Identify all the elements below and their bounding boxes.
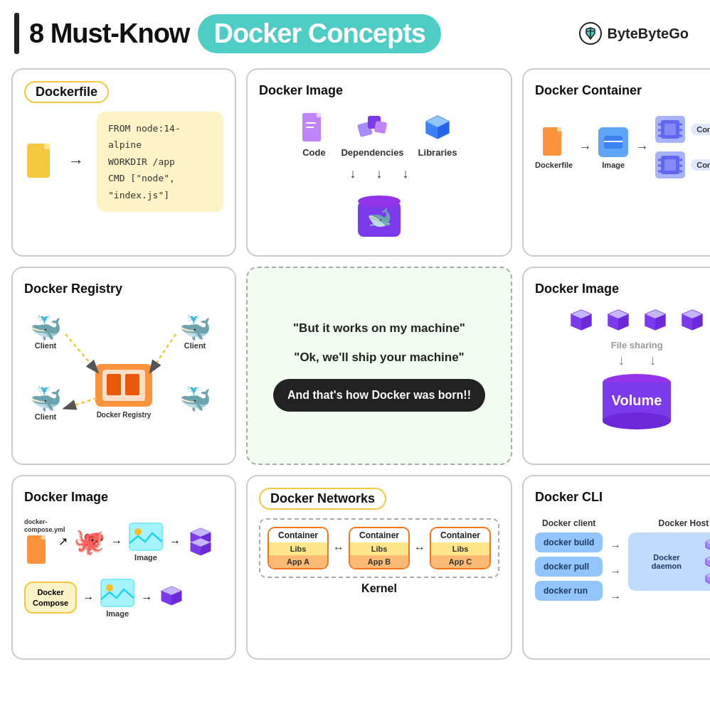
dockerfile-label: Dockerfile bbox=[535, 161, 573, 169]
docker-cli-card: Docker CLI Docker client docker build do… bbox=[522, 475, 710, 660]
daemon-area: Dockerdaemon bbox=[628, 532, 710, 591]
cube-4 bbox=[678, 307, 706, 336]
mini-cube-3a bbox=[705, 572, 710, 585]
docker-container-title: Docker Container bbox=[535, 81, 642, 100]
brand-name: ByteByteGo bbox=[608, 26, 689, 42]
cli-arrow-3: → bbox=[610, 591, 621, 604]
chip-icon-2 bbox=[654, 150, 687, 180]
image-label-2: Image bbox=[106, 609, 129, 618]
svg-text:Client: Client bbox=[184, 341, 206, 350]
svg-point-15 bbox=[358, 196, 401, 207]
cli-arrow-2: → bbox=[610, 565, 621, 578]
dockerfile-code-box: FROM node:14-alpine WORKDIR /app CMD ["n… bbox=[97, 112, 223, 212]
cli-client-area: Docker client docker build docker pull d… bbox=[535, 518, 603, 601]
docker-networks-title: Docker Networks bbox=[259, 488, 386, 510]
svg-rect-24 bbox=[664, 124, 676, 135]
svg-rect-50 bbox=[125, 374, 139, 395]
svg-rect-18 bbox=[557, 127, 561, 132]
compose-bottom-row: DockerCompose → Image → bbox=[24, 578, 223, 618]
containers-stacked: Container bbox=[654, 114, 710, 180]
concept-grid: Dockerfile → FROM node:14-alpine WORKDIR… bbox=[0, 63, 710, 671]
code-line-2: WORKDIR /app bbox=[108, 154, 212, 170]
compose-file-item: docker-compose.yml bbox=[24, 518, 53, 565]
chip-icon-1 bbox=[654, 114, 687, 144]
daemon-label: Dockerdaemon bbox=[634, 553, 699, 570]
svg-rect-4 bbox=[317, 113, 321, 117]
header-highlight-title: Docker Concepts bbox=[198, 14, 441, 53]
container-c-header: Container bbox=[431, 528, 489, 542]
image-item-container: Image bbox=[597, 126, 630, 169]
docker-cli-title: Docker CLI bbox=[535, 488, 603, 507]
container-a: Container Libs App A bbox=[267, 527, 329, 569]
cli-arrow-1: → bbox=[610, 540, 621, 552]
container-label-2: Container bbox=[691, 159, 710, 171]
image-label: Image bbox=[602, 161, 625, 169]
svg-text:🐳: 🐳 bbox=[30, 384, 62, 414]
svg-rect-76 bbox=[41, 535, 46, 540]
container-a-app: App A bbox=[269, 555, 327, 568]
svg-line-53 bbox=[151, 334, 176, 371]
compose-arrow-2: → bbox=[111, 535, 122, 548]
file-sharing-area: File sharing ↓↓ bbox=[611, 340, 663, 368]
header-plain-title: 8 Must-Know bbox=[29, 18, 189, 49]
image-box-icon bbox=[597, 126, 630, 159]
brand-icon bbox=[579, 22, 602, 45]
octopus-icon: 🐙 bbox=[73, 527, 105, 557]
code-file-icon bbox=[301, 112, 327, 144]
dockerfile-title: Dockerfile bbox=[24, 81, 109, 103]
volume-cubes bbox=[567, 307, 706, 336]
punchline: And that's how Docker was born!! bbox=[273, 379, 485, 412]
docker-registry-card: Docker Registry 🐳 Client 🐳 Client 🐳 Clie… bbox=[11, 267, 236, 465]
header-left: 8 Must-Know Docker Concepts bbox=[14, 13, 441, 54]
compose-arrow-4: → bbox=[83, 592, 94, 604]
code-line-1: FROM node:14-alpine bbox=[108, 120, 212, 154]
svg-rect-2 bbox=[44, 144, 50, 149]
code-item: Code bbox=[301, 112, 327, 158]
daemon-cubes-1 bbox=[705, 538, 710, 551]
compose-arrow-5: → bbox=[141, 592, 152, 604]
registry-content: 🐳 Client 🐳 Client 🐳 Client 🐳 Docker Regi… bbox=[24, 307, 223, 452]
dockerfile-orange-icon bbox=[541, 126, 567, 159]
container-row: Dockerfile → Image → bbox=[535, 114, 710, 180]
image-photo-icon-2 bbox=[100, 578, 135, 608]
dockerfile-content: → FROM node:14-alpine WORKDIR /app CMD [… bbox=[24, 112, 223, 212]
container-a-libs: Libs bbox=[269, 542, 327, 555]
cli-layout: Docker client docker build docker pull d… bbox=[535, 518, 710, 604]
containers-row: Container Libs App A ↔ Container Libs Ap… bbox=[267, 527, 491, 569]
svg-rect-33 bbox=[664, 159, 676, 171]
svg-rect-49 bbox=[107, 374, 121, 395]
container-label-1: Container bbox=[691, 124, 710, 135]
docker-networks-card: Docker Networks Container Libs App A ↔ C… bbox=[246, 475, 512, 660]
libs-label: Libraries bbox=[418, 147, 457, 158]
cmd-pull: docker pull bbox=[535, 557, 603, 577]
quote-card: "But it works on my machine" "Ok, we'll … bbox=[246, 267, 512, 465]
container-2: Container bbox=[654, 150, 710, 180]
mini-cube-2a bbox=[705, 555, 710, 568]
svg-point-88 bbox=[106, 584, 113, 592]
image-2-item: Image bbox=[100, 578, 135, 618]
stacked-cubes-1 bbox=[186, 525, 215, 558]
daemon-containers bbox=[705, 538, 710, 585]
svg-text:Volume: Volume bbox=[612, 392, 662, 408]
image-top-row: Code Dependencies bbox=[301, 109, 457, 158]
container-b-libs: Libs bbox=[350, 542, 408, 555]
net-arrow-2: ↔ bbox=[414, 542, 425, 555]
compose-file-label: docker-compose.yml bbox=[24, 518, 53, 534]
cli-arrows: → → → bbox=[610, 540, 621, 604]
kernel-label: Kernel bbox=[361, 582, 397, 595]
cube-3 bbox=[641, 307, 669, 336]
compose-file-icon bbox=[26, 534, 51, 565]
docker-compose-card: Docker Image docker-compose.yml ↗ 🐙 → bbox=[11, 475, 236, 660]
down-arrows-volume: ↓↓ bbox=[618, 352, 656, 368]
docker-container-card: Docker Container Dockerfile → bbox=[522, 68, 710, 257]
code-label: Code bbox=[302, 147, 326, 158]
file-sharing-label: File sharing bbox=[611, 340, 663, 350]
docker-compose-badge: DockerCompose bbox=[24, 582, 77, 614]
image-1-item: Image bbox=[128, 522, 164, 562]
host-label: Docker Host bbox=[628, 518, 710, 528]
network-outer-border: Container Libs App A ↔ Container Libs Ap… bbox=[259, 518, 499, 578]
docker-bucket-icon: 🐋 bbox=[351, 187, 408, 244]
arrow-1: → bbox=[578, 140, 591, 155]
daemon-cubes-2 bbox=[705, 555, 710, 568]
container-1: Container bbox=[654, 114, 710, 144]
